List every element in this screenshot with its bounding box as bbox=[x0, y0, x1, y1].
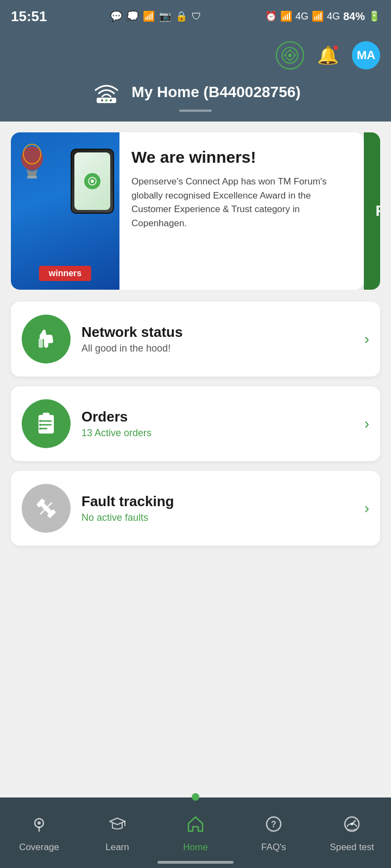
faqs-icon: ? bbox=[264, 815, 283, 838]
svg-point-15 bbox=[91, 180, 94, 183]
chat-button[interactable] bbox=[276, 41, 304, 69]
trophy-icon bbox=[18, 143, 46, 183]
banner-image-overlay: winners bbox=[11, 132, 119, 290]
banner-card-winners[interactable]: winners We are winners! Openserve's Conn… bbox=[11, 132, 364, 290]
thumbsup-icon bbox=[32, 325, 60, 353]
svg-point-2 bbox=[288, 54, 292, 57]
phone-mockup bbox=[71, 149, 114, 214]
avatar-button[interactable]: MA bbox=[352, 41, 380, 69]
status-bar: 15:51 💬 💭 📶 📷 🔒 🛡 ⏰ 📶 4G 📶 4G 84% 🔋 bbox=[0, 0, 391, 33]
network-status-chevron: › bbox=[364, 330, 369, 348]
orders-icon-circle bbox=[22, 399, 71, 448]
network-status-icon-circle bbox=[22, 315, 71, 363]
banner-peek: F bbox=[364, 132, 380, 290]
battery-text: 84% bbox=[343, 10, 365, 23]
lte2-icon: 4G bbox=[327, 11, 340, 22]
vpn-icon: 🔒 bbox=[175, 10, 187, 22]
svg-point-10 bbox=[110, 99, 112, 101]
wifi-icon: 📶 bbox=[280, 10, 292, 22]
header-actions: 🔔 MA bbox=[276, 41, 380, 69]
bluetooth-icon: 📶 bbox=[143, 10, 155, 22]
app-header: 🔔 MA bbox=[0, 33, 391, 80]
svg-text:?: ? bbox=[271, 820, 276, 829]
winners-badge: winners bbox=[39, 266, 91, 281]
status-time: 15:51 bbox=[11, 8, 47, 25]
svg-point-3 bbox=[289, 49, 291, 51]
svg-point-8 bbox=[101, 99, 103, 101]
fault-tracking-chevron: › bbox=[364, 500, 369, 517]
signal-icon: 📶 bbox=[312, 10, 324, 22]
home-title: My Home (B440028756) bbox=[131, 84, 300, 101]
network-status-card[interactable]: Network status All good in the hood! › bbox=[11, 302, 380, 376]
banner-description: Openserve's Connect App has won TM Forum… bbox=[131, 175, 352, 230]
router-icon bbox=[90, 80, 123, 104]
fault-tracking-card[interactable]: Fault tracking No active faults › bbox=[11, 471, 380, 546]
nav-item-faqs[interactable]: ? FAQ's bbox=[235, 797, 313, 868]
svg-point-22 bbox=[39, 424, 41, 426]
speedtest-label: Speed test bbox=[330, 842, 374, 853]
nav-item-learn[interactable]: Learn bbox=[78, 797, 156, 868]
nav-item-coverage[interactable]: Coverage bbox=[0, 797, 78, 868]
orders-title: Orders bbox=[81, 409, 354, 425]
coverage-icon bbox=[30, 815, 48, 838]
banner-peek-text: F bbox=[375, 202, 380, 220]
fault-tracking-icon-circle bbox=[22, 484, 71, 533]
clipboard-icon bbox=[32, 410, 60, 438]
status-right: ⏰ 📶 4G 📶 4G 84% 🔋 bbox=[265, 10, 380, 23]
svg-point-20 bbox=[39, 420, 41, 422]
active-dot bbox=[192, 793, 199, 801]
nav-spacer bbox=[11, 556, 380, 637]
network-status-subtitle: All good in the hood! bbox=[81, 343, 354, 354]
nav-item-home[interactable]: Home bbox=[156, 797, 235, 868]
bottom-nav: Coverage Learn Home ? FAQ's bbox=[0, 797, 391, 868]
banner-image: winners bbox=[11, 132, 119, 290]
shield-icon: 🛡 bbox=[192, 11, 201, 22]
svg-point-9 bbox=[105, 99, 108, 101]
learn-icon bbox=[108, 815, 127, 838]
svg-point-6 bbox=[294, 54, 296, 56]
status-icons: 💬 💭 📶 📷 🔒 🛡 bbox=[110, 10, 201, 22]
home-bar bbox=[157, 861, 234, 864]
banner-content: We are winners! Openserve's Connect App … bbox=[119, 132, 364, 290]
home-band-inner: My Home (B440028756) bbox=[90, 80, 300, 104]
orders-subtitle: 13 Active orders bbox=[81, 427, 354, 439]
learn-label: Learn bbox=[105, 842, 129, 853]
speedtest-icon: km/h bbox=[343, 815, 361, 838]
notification-button[interactable]: 🔔 bbox=[314, 41, 342, 69]
notification-dot bbox=[332, 44, 339, 51]
main-content: winners We are winners! Openserve's Conn… bbox=[0, 122, 391, 637]
svg-rect-18 bbox=[43, 413, 49, 417]
fault-tracking-subtitle: No active faults bbox=[81, 512, 354, 524]
svg-point-4 bbox=[289, 60, 291, 61]
network-status-title: Network status bbox=[81, 324, 354, 341]
svg-rect-16 bbox=[39, 339, 43, 348]
svg-text:km/h: km/h bbox=[347, 827, 356, 832]
band-divider bbox=[179, 110, 212, 112]
chat-icon: 💭 bbox=[127, 10, 138, 22]
wrench-icon bbox=[32, 494, 60, 522]
alarm-icon: ⏰ bbox=[265, 10, 277, 22]
battery-icon: 🔋 bbox=[368, 10, 380, 22]
svg-point-5 bbox=[284, 54, 286, 56]
lte1-icon: 4G bbox=[295, 11, 308, 22]
orders-chevron: › bbox=[364, 415, 369, 432]
fault-tracking-text: Fault tracking No active faults bbox=[81, 493, 354, 524]
svg-point-31 bbox=[37, 821, 41, 825]
fault-tracking-title: Fault tracking bbox=[81, 493, 354, 510]
home-icon bbox=[186, 815, 205, 838]
instagram-icon: 📷 bbox=[159, 10, 171, 22]
coverage-label: Coverage bbox=[19, 842, 59, 853]
orders-text: Orders 13 Active orders bbox=[81, 409, 354, 439]
banner-title: We are winners! bbox=[131, 148, 352, 167]
nav-item-speedtest[interactable]: km/h Speed test bbox=[313, 797, 391, 868]
home-band: My Home (B440028756) bbox=[0, 80, 391, 122]
svg-rect-12 bbox=[27, 176, 37, 178]
banner-carousel[interactable]: winners We are winners! Openserve's Conn… bbox=[11, 132, 380, 290]
home-label: Home bbox=[183, 842, 207, 853]
orders-card[interactable]: Orders 13 Active orders › bbox=[11, 386, 380, 461]
svg-point-24 bbox=[39, 427, 41, 430]
network-status-text: Network status All good in the hood! bbox=[81, 324, 354, 354]
svg-point-37 bbox=[351, 823, 354, 826]
whatsapp-icon: 💬 bbox=[110, 10, 122, 22]
faqs-label: FAQ's bbox=[261, 842, 286, 853]
